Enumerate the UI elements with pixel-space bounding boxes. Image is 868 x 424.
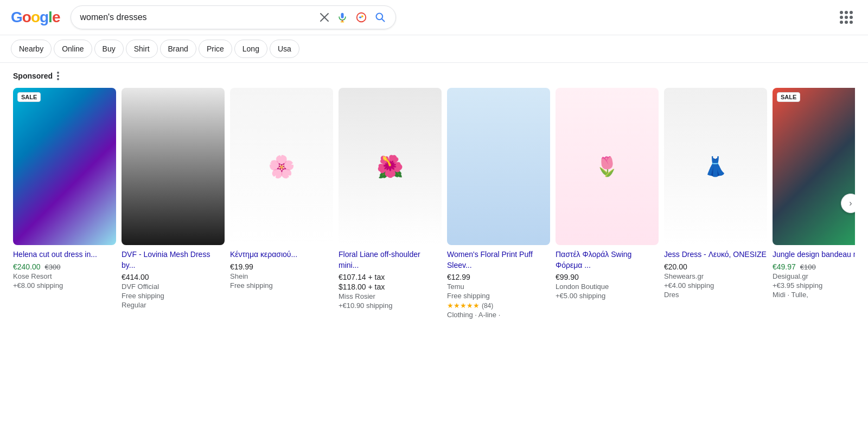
product-card[interactable]: 🌷 Παστέλ Φλοράλ Swing Φόρεμα ... €99.90 … (556, 88, 659, 319)
header: Google women's dresses (0, 0, 868, 35)
product-image: 🌷 (556, 88, 659, 245)
product-extra: Midi · Tulle, (773, 291, 855, 299)
product-rating: ★★★★★ (84) (447, 301, 550, 310)
sale-price: €49.97 (773, 262, 796, 271)
product-image: SALE (13, 88, 116, 245)
product-image: 🌸 (230, 88, 333, 245)
tab-online[interactable]: Online (54, 40, 92, 58)
product-store: Temu (447, 282, 550, 291)
main-content: Sponsored SALE Helena cut out dress in..… (0, 63, 868, 327)
tab-nearby[interactable]: Nearby (11, 40, 52, 58)
product-shipping: +€10.90 shipping (339, 301, 442, 310)
sale-badge: SALE (777, 92, 800, 102)
product-card[interactable]: 🌺 Floral Liane off-shoulder mini... €107… (339, 88, 442, 319)
product-shipping: +€8.00 shipping (13, 281, 116, 290)
google-logo: Google (11, 9, 60, 26)
product-store: Miss Rosier (339, 292, 442, 300)
product-store: London Boutique (556, 282, 659, 291)
product-store: Kose Resort (13, 272, 116, 280)
product-title[interactable]: DVF - Lovinia Mesh Dress by... (122, 249, 225, 271)
product-shipping: Free shipping (122, 292, 225, 300)
sponsored-label: Sponsored (13, 72, 53, 80)
rating-count: (84) (482, 302, 493, 310)
more-options-button[interactable] (57, 72, 59, 80)
product-store: DVF Official (122, 282, 225, 291)
tab-usa[interactable]: Usa (270, 40, 299, 58)
product-image: 👗 (664, 88, 767, 245)
product-shipping: +€5.00 shipping (556, 292, 659, 300)
product-shipping: +€3.95 shipping (773, 281, 855, 290)
product-card[interactable]: Women's Floral Print Puff Sleev... €12.9… (447, 88, 550, 319)
tab-shirt[interactable]: Shirt (126, 40, 158, 58)
product-image (122, 88, 225, 245)
product-price: €19.99 (230, 262, 333, 271)
product-card[interactable]: 👗 Jess Dress - Λευκό, ONESIZE €20.00 She… (664, 88, 767, 319)
svg-line-8 (382, 19, 385, 22)
product-title[interactable]: Κέντημα κερασιού... (230, 249, 333, 260)
close-icon (320, 12, 329, 22)
sponsored-section-header: Sponsored (13, 72, 855, 80)
filter-tabs: Nearby Online Buy Shirt Brand Price Long… (0, 35, 868, 63)
tab-buy[interactable]: Buy (94, 40, 124, 58)
search-input[interactable]: women's dresses (80, 12, 313, 22)
search-bar: women's dresses (71, 5, 396, 29)
product-title[interactable]: Women's Floral Print Puff Sleev... (447, 249, 550, 271)
products-grid: SALE Helena cut out dress in... €240.00 … (13, 88, 855, 319)
original-price: €300 (45, 263, 61, 271)
product-card[interactable]: DVF - Lovinia Mesh Dress by... €414.00 D… (122, 88, 225, 319)
original-price: €100 (800, 263, 816, 271)
product-store: Desigual.gr (773, 272, 855, 280)
sale-price: €240.00 (13, 262, 41, 271)
product-price: €99.90 (556, 273, 659, 281)
header-right (835, 7, 857, 28)
product-image (447, 88, 550, 245)
lens-button[interactable] (354, 10, 368, 24)
product-store: Shein (230, 272, 333, 280)
product-card[interactable]: 🌸 Κέντημα κερασιού... €19.99 Shein Free … (230, 88, 333, 319)
search-icon (375, 12, 386, 23)
product-price: €240.00 €300 (13, 262, 116, 271)
product-price: €12.99 (447, 273, 550, 281)
tab-price[interactable]: Price (199, 40, 232, 58)
product-shipping: Free shipping (447, 292, 550, 300)
product-title[interactable]: Floral Liane off-shoulder mini... (339, 249, 442, 271)
sale-badge: SALE (17, 92, 41, 102)
apps-button[interactable] (835, 7, 857, 28)
stars: ★★★★★ (447, 301, 480, 310)
lens-icon (355, 11, 367, 23)
svg-point-6 (361, 15, 363, 17)
product-price: €49.97 €100 (773, 262, 855, 271)
product-store: Shewears.gr (664, 272, 767, 280)
product-price: €107.14 + tax (339, 273, 442, 281)
product-title[interactable]: Helena cut out dress in... (13, 249, 116, 260)
search-button[interactable] (374, 11, 387, 24)
product-extra: Dres (664, 291, 767, 299)
voice-search-button[interactable] (336, 11, 349, 24)
product-title[interactable]: Jess Dress - Λευκό, ONESIZE (664, 249, 767, 260)
product-image: 🌺 (339, 88, 442, 245)
svg-rect-2 (341, 13, 344, 18)
product-card[interactable]: SALE Helena cut out dress in... €240.00 … (13, 88, 116, 319)
product-title[interactable]: Jungle design bandeau midi... (773, 249, 855, 260)
product-title[interactable]: Παστέλ Φλοράλ Swing Φόρεμα ... (556, 249, 659, 271)
search-icons (318, 10, 387, 24)
clear-button[interactable] (318, 11, 330, 23)
product-price: €20.00 (664, 262, 767, 271)
product-extra: Clothing · A-line · (447, 311, 550, 319)
product-image: SALE (773, 88, 855, 245)
tab-long[interactable]: Long (234, 40, 267, 58)
product-price: €414.00 (122, 273, 225, 281)
mic-icon (337, 12, 348, 23)
product-price-sub: $118.00 + tax (339, 282, 442, 291)
product-extra: Regular (122, 301, 225, 309)
tab-brand[interactable]: Brand (160, 40, 196, 58)
product-shipping: +€4.00 shipping (664, 281, 767, 290)
product-shipping: Free shipping (230, 281, 333, 290)
